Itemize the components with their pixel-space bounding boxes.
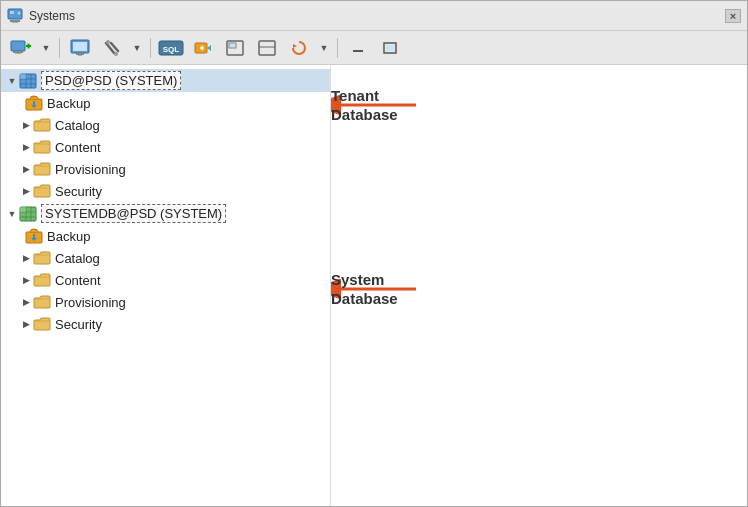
close-button[interactable]: × <box>725 9 741 23</box>
system-catalog-label: Catalog <box>55 251 100 266</box>
new-db-dropdown[interactable]: ▼ <box>39 35 53 61</box>
tenant-security-icon <box>33 182 51 200</box>
separator-1 <box>59 38 60 58</box>
svg-rect-37 <box>20 74 26 79</box>
expand-catalog-arrow[interactable]: ▶ <box>19 118 33 132</box>
system-backup-label: Backup <box>47 229 90 244</box>
system-backup-icon <box>25 227 43 245</box>
svg-point-16 <box>106 40 110 44</box>
svg-point-17 <box>114 52 118 56</box>
annotation-area: Tenant Database System Database <box>331 65 747 506</box>
system-content-icon <box>33 271 51 289</box>
tenant-provisioning-icon <box>33 160 51 178</box>
tenant-db-root[interactable]: ▼ PSD@PSD (SYSTEM) <box>1 69 330 92</box>
svg-rect-31 <box>386 45 394 51</box>
tenant-backup[interactable]: Backup <box>1 92 330 114</box>
tenant-catalog-icon <box>33 116 51 134</box>
tenant-content-icon <box>33 138 51 156</box>
svg-rect-46 <box>20 207 26 212</box>
system-db-annotation: System Database <box>331 277 421 301</box>
expand-provisioning-arrow[interactable]: ▶ <box>19 162 33 176</box>
system-provisioning-label: Provisioning <box>55 295 126 310</box>
sql-button[interactable]: SQL <box>157 35 185 61</box>
tree-panel: ▼ PSD@PSD (SYSTEM) <box>1 65 331 506</box>
svg-rect-26 <box>259 41 275 55</box>
svg-rect-3 <box>10 11 14 14</box>
title-bar: Systems × <box>1 1 747 31</box>
title-bar-label: Systems <box>29 9 719 23</box>
separator-2 <box>150 38 151 58</box>
new-db-button[interactable] <box>7 35 35 61</box>
expand-content-arrow[interactable]: ▶ <box>19 140 33 154</box>
svg-rect-5 <box>11 41 25 51</box>
svg-text:SQL: SQL <box>163 45 180 54</box>
svg-rect-11 <box>76 53 84 55</box>
svg-marker-28 <box>293 44 297 48</box>
svg-rect-13 <box>73 42 87 51</box>
tools-dropdown[interactable]: ▼ <box>130 35 144 61</box>
window2-button[interactable] <box>253 35 281 61</box>
svg-rect-2 <box>12 22 18 23</box>
tenant-security-label: Security <box>55 184 102 199</box>
svg-rect-25 <box>229 43 236 48</box>
expand-sys-security-arrow[interactable]: ▶ <box>19 317 33 331</box>
tenant-provisioning-label: Provisioning <box>55 162 126 177</box>
system-security-icon <box>33 315 51 333</box>
tenant-content-label: Content <box>55 140 101 155</box>
tenant-security[interactable]: ▶ Security <box>1 180 330 202</box>
tenant-content[interactable]: ▶ Content <box>1 136 330 158</box>
system-db-label: SYSTEMDB@PSD (SYSTEM) <box>41 204 226 223</box>
system-security[interactable]: ▶ Security <box>1 313 330 335</box>
tenant-provisioning[interactable]: ▶ Provisioning <box>1 158 330 180</box>
window1-button[interactable] <box>221 35 249 61</box>
tenant-db-label: Tenant Database <box>331 86 398 125</box>
system-db-icon <box>19 205 37 223</box>
refresh-button[interactable] <box>285 35 313 61</box>
tenant-db-annotation: Tenant Database <box>331 93 421 117</box>
svg-rect-12 <box>78 55 82 56</box>
tenant-db-icon <box>19 72 37 90</box>
expand-sys-catalog-arrow[interactable]: ▶ <box>19 251 33 265</box>
svg-point-4 <box>18 11 21 14</box>
monitor-button[interactable] <box>66 35 94 61</box>
expand-sys-content-arrow[interactable]: ▶ <box>19 273 33 287</box>
system-catalog-icon <box>33 249 51 267</box>
system-security-label: Security <box>55 317 102 332</box>
system-catalog[interactable]: ▶ Catalog <box>1 247 330 269</box>
system-provisioning[interactable]: ▶ Provisioning <box>1 291 330 313</box>
tenant-backup-label: Backup <box>47 96 90 111</box>
systems-icon <box>7 8 23 24</box>
expand-sys-provisioning-arrow[interactable]: ▶ <box>19 295 33 309</box>
expand-tenant-arrow[interactable]: ▼ <box>5 74 19 88</box>
system-content-label: Content <box>55 273 101 288</box>
svg-rect-6 <box>13 51 23 53</box>
system-db-label: System Database <box>331 270 398 309</box>
main-content: ▼ PSD@PSD (SYSTEM) <box>1 65 747 506</box>
separator-3 <box>337 38 338 58</box>
tools-button[interactable] <box>98 35 126 61</box>
expand-security-arrow[interactable]: ▶ <box>19 184 33 198</box>
svg-marker-21 <box>207 45 211 51</box>
svg-rect-1 <box>10 20 20 22</box>
maximize-button[interactable] <box>376 35 404 61</box>
tenant-catalog-label: Catalog <box>55 118 100 133</box>
main-window: Systems × ▼ <box>0 0 748 507</box>
expand-system-arrow[interactable]: ▼ <box>5 207 19 221</box>
system-provisioning-icon <box>33 293 51 311</box>
export-button[interactable] <box>189 35 217 61</box>
svg-rect-7 <box>15 53 21 54</box>
tenant-db-label: PSD@PSD (SYSTEM) <box>41 71 181 90</box>
system-content[interactable]: ▶ Content <box>1 269 330 291</box>
refresh-dropdown[interactable]: ▼ <box>317 35 331 61</box>
tenant-backup-icon <box>25 94 43 112</box>
tenant-catalog[interactable]: ▶ Catalog <box>1 114 330 136</box>
toolbar: ▼ ▼ SQL <box>1 31 747 65</box>
minimize-button[interactable] <box>344 35 372 61</box>
system-backup[interactable]: Backup <box>1 225 330 247</box>
system-db-root[interactable]: ▼ SYSTEMDB@PSD (SYSTEM) <box>1 202 330 225</box>
